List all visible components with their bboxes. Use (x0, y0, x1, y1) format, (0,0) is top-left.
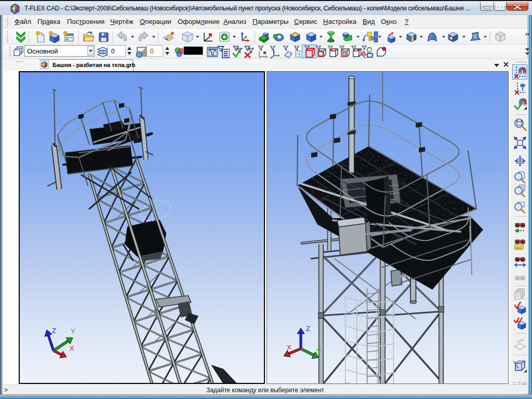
svg-text:II10: II10 (516, 245, 523, 250)
svg-text:Y: Y (316, 347, 321, 355)
svg-text:Z: Z (52, 327, 56, 335)
svg-text:X: X (287, 343, 291, 351)
svg-text:Y: Y (71, 327, 75, 335)
svg-text:Z: Z (306, 325, 310, 332)
svg-text:X: X (70, 344, 74, 352)
